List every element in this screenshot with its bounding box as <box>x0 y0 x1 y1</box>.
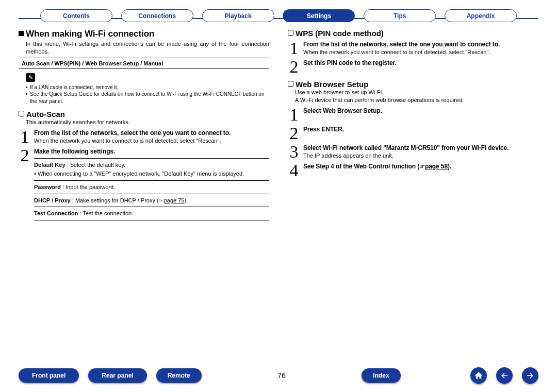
step-title: From the list of the networks, select th… <box>303 41 538 48</box>
step-title: Make the following settings. <box>34 148 269 155</box>
nav-index[interactable]: Index <box>362 368 400 383</box>
methods-box: Auto Scan / WPS(PIN) / Web Browser Setup… <box>19 58 269 69</box>
step-number: 2 <box>288 59 300 75</box>
section-intro: In this menu, Wi-Fi settings and connect… <box>19 40 269 56</box>
section-heading-text: When making Wi-Fi connection <box>26 29 154 39</box>
step-1: 1 From the list of the networks, select … <box>19 129 269 145</box>
step-number: 4 <box>288 163 300 178</box>
bottom-left-group: Front panel Rear panel Remote <box>19 368 202 383</box>
wps-heading-text: WPS (PIN code method) <box>296 29 384 38</box>
step-number: 1 <box>288 41 300 56</box>
tab-appendix[interactable]: Appendix <box>445 9 517 22</box>
step-title: See Step 4 of the Web Control function (… <box>303 163 538 170</box>
step-number: 3 <box>288 144 300 160</box>
wps-heading: WPS (PIN code method) <box>288 29 538 38</box>
setting-val: : Input the password. <box>61 184 115 190</box>
step-body: The IP address appears on the unit. <box>303 152 538 159</box>
step-number: 2 <box>288 126 300 141</box>
setting-val: : Test the connection. <box>78 210 133 216</box>
step-title: Select Wi-Fi network called "Marantz M-C… <box>303 144 538 151</box>
section-heading: When making Wi-Fi connection <box>19 29 269 39</box>
settings-row: DHCP / Proxy : Make settings for DHCP / … <box>34 194 269 208</box>
bottom-bar: Front panel Rear panel Remote 76 Index <box>0 367 557 384</box>
step-title: Select Web Browser Setup. <box>303 107 538 114</box>
web-heading-text: Web Browser Setup <box>296 80 368 89</box>
step-number: 1 <box>288 107 300 123</box>
next-button[interactable] <box>522 367 538 384</box>
settings-table: Default Key : Select the default key. • … <box>34 158 269 220</box>
pencil-icon: ✎ <box>26 73 35 82</box>
settings-row: Password : Input the password. <box>34 181 269 194</box>
page-link[interactable]: page 75 <box>164 197 185 203</box>
autoscan-heading-text: Auto-Scan <box>26 110 65 118</box>
setting-key: Test Connection <box>34 210 78 216</box>
note-item: If a LAN cable is connected, remove it. <box>26 84 269 91</box>
step4-pre: See Step 4 of the Web Control function (… <box>303 163 425 170</box>
page-number: 76 <box>271 371 292 380</box>
arrow-left-icon <box>500 371 509 380</box>
web-heading: Web Browser Setup <box>288 80 538 89</box>
prev-button[interactable] <box>496 367 513 384</box>
outline-square-icon <box>19 111 24 116</box>
step4-post: ). <box>448 163 451 170</box>
arrow-right-icon <box>526 371 535 380</box>
square-bullet-icon <box>19 31 24 36</box>
home-icon <box>474 371 483 380</box>
step-body: When the network you want to connect to … <box>34 138 269 144</box>
wps-step-1: 1 From the list of the networks, select … <box>288 41 538 56</box>
nav-front-panel[interactable]: Front panel <box>19 368 79 383</box>
tab-contents[interactable]: Contents <box>40 9 112 22</box>
nav-remote[interactable]: Remote <box>156 368 202 383</box>
bottom-right-group <box>470 367 538 384</box>
setting-key: Default Key <box>34 162 65 168</box>
tab-connections[interactable]: Connections <box>121 9 193 22</box>
web-step-4: 4 See Step 4 of the Web Control function… <box>288 163 538 178</box>
settings-row: Test Connection : Test the connection. <box>34 207 269 220</box>
web-step-3: 3 Select Wi-Fi network called "Marantz M… <box>288 144 538 160</box>
step-title: Set this PIN code to the register. <box>303 59 538 66</box>
step-2: 2 Make the following settings. Default K… <box>19 148 269 220</box>
setting-key: DHCP / Proxy <box>34 197 71 203</box>
setting-extra: • When connecting to a "WEP" encrypted n… <box>34 170 269 178</box>
note-item: See the Quick Setup Guide for details on… <box>26 91 269 105</box>
bottom-mid-group: Index <box>362 368 400 383</box>
home-button[interactable] <box>470 367 487 384</box>
web-intro-1: Use a web browser to set up Wi-Fi. <box>288 89 538 96</box>
step-number: 2 <box>19 148 31 163</box>
top-tab-bar: Contents Connections Playback Settings T… <box>19 9 538 27</box>
nav-rear-panel[interactable]: Rear panel <box>88 368 146 383</box>
setting-tail: ). <box>184 197 188 203</box>
step-title: Press ENTER. <box>303 126 538 133</box>
autoscan-desc: This automatically searches for networks… <box>19 118 269 126</box>
step-number: 1 <box>19 129 31 145</box>
setting-val: : Select the default key. <box>65 162 126 168</box>
setting-val: : Make settings for DHCP / Proxy (☞ <box>71 197 164 203</box>
web-intro-2: A Wi-Fi device that can perform web brow… <box>288 96 538 104</box>
step-title: From the list of the networks, select th… <box>34 129 269 137</box>
setting-key: Password <box>34 184 61 190</box>
web-step-1: 1 Select Web Browser Setup. <box>288 107 538 123</box>
tab-tips[interactable]: Tips <box>364 9 436 22</box>
wps-step-2: 2 Set this PIN code to the register. <box>288 59 538 75</box>
autoscan-heading: Auto-Scan <box>19 110 269 118</box>
settings-row: Default Key : Select the default key. • … <box>34 159 269 181</box>
tab-settings[interactable]: Settings <box>283 9 355 22</box>
notes-list: If a LAN cable is connected, remove it. … <box>26 84 269 105</box>
page-link[interactable]: page 58 <box>425 163 448 170</box>
step-body: When the network you want to connect to … <box>303 49 538 55</box>
tab-playback[interactable]: Playback <box>202 9 274 22</box>
outline-square-icon <box>288 81 293 87</box>
web-step-2: 2 Press ENTER. <box>288 126 538 141</box>
outline-square-icon <box>288 30 293 36</box>
